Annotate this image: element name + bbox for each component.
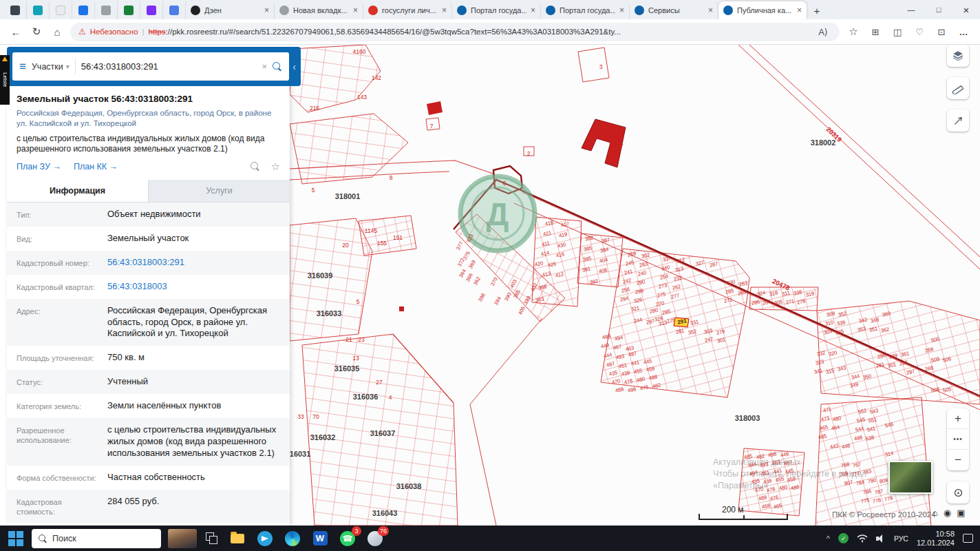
- menu-icon[interactable]: ≡: [19, 60, 26, 74]
- zoom-more-button[interactable]: •••: [947, 429, 969, 450]
- side-ribbon[interactable]: Letsle: [0, 55, 10, 105]
- settings-more-icon[interactable]: …: [955, 27, 972, 37]
- extensions-icon[interactable]: ⊡: [933, 27, 950, 37]
- not-secure-warning-icon[interactable]: ⚠: [78, 27, 86, 37]
- plan-kk-link[interactable]: План КК →: [74, 162, 118, 171]
- maximize-button[interactable]: □: [925, 0, 952, 19]
- system-tray: ^ ✓ РУС 10:58 12.01.2024: [827, 530, 973, 548]
- info-row-value[interactable]: 56:43:0318003:291: [107, 257, 290, 269]
- tab-close-icon[interactable]: ×: [619, 6, 624, 14]
- pinned-tab-4[interactable]: [72, 1, 95, 19]
- browser-tab[interactable]: Публичная ка...×: [718, 1, 807, 19]
- cadastral-map-svg: Д: [290, 45, 980, 526]
- info-row: Тип:Объект недвижимости: [7, 202, 290, 227]
- security-shield-icon[interactable]: ✓: [838, 533, 849, 543]
- url-field[interactable]: ⚠ Небезопасно | https://pkk.rosreestr.ru…: [70, 23, 840, 41]
- hidden-icons-chevron[interactable]: ^: [827, 534, 830, 543]
- browser-essentials-icon[interactable]: ♡: [911, 27, 928, 37]
- info-row: Кадастровый номер:56:43:0318003:291: [7, 251, 290, 275]
- whatsapp-button[interactable]: ☎3: [337, 528, 358, 549]
- tab-information[interactable]: Информация: [7, 180, 149, 202]
- tab-close-icon[interactable]: ×: [264, 6, 269, 14]
- browser-tab[interactable]: Портал госуда...×: [452, 1, 541, 19]
- minimize-button[interactable]: —: [897, 0, 925, 19]
- taskbar-clock[interactable]: 10:58 12.01.2024: [917, 530, 955, 548]
- messenger-app-button[interactable]: [255, 528, 275, 549]
- new-tab-button[interactable]: +: [807, 1, 827, 19]
- tab-close-icon[interactable]: ×: [442, 6, 447, 14]
- notification-center-icon[interactable]: [963, 534, 973, 543]
- search-icon[interactable]: [273, 62, 282, 72]
- favicon: [10, 6, 20, 15]
- pinned-tab-3[interactable]: [50, 1, 72, 19]
- browser-tab[interactable]: Дзен×: [186, 1, 275, 19]
- info-row-value: с целью строительства индивидуальных жил…: [107, 424, 290, 459]
- language-indicator[interactable]: РУС: [894, 534, 908, 543]
- tab-title: Дзен: [204, 6, 260, 14]
- search-input[interactable]: [81, 61, 257, 72]
- map-home-icon[interactable]: ⌂: [933, 508, 938, 518]
- my-location-button[interactable]: [947, 481, 969, 503]
- favorites-star-icon[interactable]: ☆: [845, 25, 862, 38]
- taskbar-search[interactable]: Поиск: [32, 529, 161, 548]
- pinned-tab-2[interactable]: [27, 1, 50, 19]
- collections-icon[interactable]: ⊞: [867, 27, 884, 37]
- split-screen-icon[interactable]: ◫: [889, 27, 906, 37]
- tab-close-icon[interactable]: ×: [797, 6, 802, 14]
- close-button[interactable]: ×: [952, 0, 980, 19]
- pinned-tab-8[interactable]: [163, 1, 186, 19]
- browser-tab[interactable]: госуслуги лич...×: [363, 1, 452, 19]
- info-row-label: Площадь уточненная:: [7, 352, 107, 363]
- zoom-in-button[interactable]: +: [947, 408, 969, 429]
- home-icon[interactable]: ⌂: [50, 26, 65, 38]
- search-category-dropdown[interactable]: Участки▾: [32, 62, 70, 72]
- wifi-icon[interactable]: [857, 534, 868, 543]
- map-fullscreen-icon[interactable]: ▣: [957, 508, 965, 518]
- paper-plane-icon: [257, 531, 273, 546]
- pinned-tab-5[interactable]: [95, 1, 118, 19]
- volume-icon[interactable]: [876, 534, 886, 543]
- pinned-tab-6[interactable]: [118, 1, 140, 19]
- basemap-thumbnail[interactable]: [888, 461, 933, 494]
- browser-tab[interactable]: Новая вкладк...×: [275, 1, 363, 19]
- info-row-value[interactable]: 56:43:0318003: [107, 281, 290, 293]
- taskbar-search-label: Поиск: [52, 534, 76, 543]
- info-row: Адрес:Российская Федерация, Оренбургская…: [7, 299, 290, 346]
- favorite-star-icon[interactable]: ☆: [271, 160, 280, 173]
- identify-button[interactable]: [947, 110, 969, 132]
- favicon: [78, 6, 88, 15]
- edge-button[interactable]: [282, 528, 303, 549]
- refresh-icon[interactable]: ↻: [29, 25, 44, 38]
- layers-icon: [952, 50, 964, 62]
- read-aloud-icon[interactable]: A⟩: [815, 27, 831, 37]
- map-marker-icon[interactable]: ◉: [944, 508, 951, 518]
- pinned-tab-1[interactable]: [4, 1, 27, 19]
- pinned-tab-7[interactable]: [140, 1, 163, 19]
- zoom-out-button[interactable]: −: [947, 450, 969, 470]
- task-view-button[interactable]: [204, 530, 220, 547]
- taskbar-thumbnail[interactable]: [168, 529, 197, 548]
- file-explorer-button[interactable]: [227, 528, 248, 549]
- badged-app-button[interactable]: 76: [365, 528, 385, 549]
- layers-button[interactable]: [947, 45, 969, 67]
- tab-close-icon[interactable]: ×: [353, 6, 358, 14]
- url-separator: |: [142, 28, 145, 36]
- tab-close-icon[interactable]: ×: [531, 6, 535, 14]
- map-attribution: ПКК © Росреестр 2010-2024: [832, 510, 936, 519]
- word-button[interactable]: W: [310, 528, 330, 549]
- collapse-panel-button[interactable]: ‹: [289, 52, 299, 81]
- search-box: ≡ Участки▾ ×: [12, 52, 289, 81]
- browser-tab[interactable]: Портал госуда...×: [541, 1, 630, 19]
- info-row-value: 750 кв. м: [107, 352, 290, 364]
- measure-button[interactable]: [947, 77, 969, 99]
- cadastral-map[interactable]: Д 31800131800231800331603931603331603531…: [290, 45, 980, 526]
- start-button[interactable]: [7, 530, 25, 548]
- back-icon[interactable]: ←: [8, 26, 23, 38]
- plan-zu-link[interactable]: План ЗУ →: [17, 162, 61, 171]
- zoom-to-object-icon[interactable]: [251, 162, 260, 171]
- search-category-label: Участки: [32, 62, 63, 72]
- tab-services[interactable]: Услуги: [149, 180, 290, 202]
- tab-close-icon[interactable]: ×: [708, 6, 713, 14]
- clear-search-icon[interactable]: ×: [262, 61, 267, 72]
- browser-tab[interactable]: Сервисы×: [630, 1, 718, 19]
